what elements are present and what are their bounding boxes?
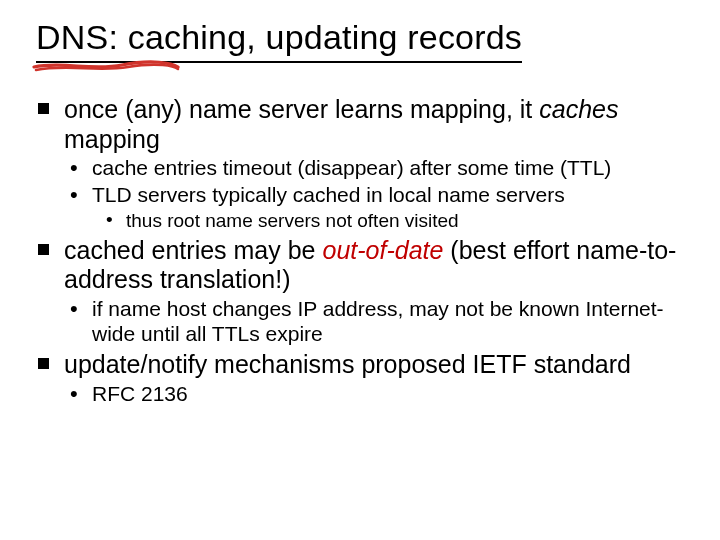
sublist: RFC 2136 <box>64 382 690 407</box>
scribble-underline-icon <box>32 59 180 73</box>
sublist: if name host changes IP address, may not… <box>64 297 690 347</box>
sublist: cache entries timeout (disappear) after … <box>64 156 690 232</box>
text: mapping <box>64 125 160 153</box>
bullet-2: cached entries may be out-of-date (best … <box>30 236 690 347</box>
text: update/notify mechanisms proposed IETF s… <box>64 350 631 378</box>
bullet-3-1: RFC 2136 <box>64 382 690 407</box>
text: TLD servers typically cached in local na… <box>92 183 565 206</box>
title-block: DNS: caching, updating records <box>36 18 522 63</box>
bullet-2-1: if name host changes IP address, may not… <box>64 297 690 347</box>
slide-title: DNS: caching, updating records <box>36 18 522 57</box>
subsublist: thus root name servers not often visited <box>92 210 690 232</box>
bullet-list: once (any) name server learns mapping, i… <box>30 95 690 407</box>
slide: DNS: caching, updating records once (any… <box>0 0 720 540</box>
text: once (any) name server learns mapping, i… <box>64 95 539 123</box>
text-italic: caches <box>539 95 618 123</box>
bullet-1: once (any) name server learns mapping, i… <box>30 95 690 232</box>
text: cached entries may be <box>64 236 322 264</box>
bullet-3: update/notify mechanisms proposed IETF s… <box>30 350 690 406</box>
bullet-1-1: cache entries timeout (disappear) after … <box>64 156 690 181</box>
bullet-1-2: TLD servers typically cached in local na… <box>64 183 690 232</box>
bullet-1-2-1: thus root name servers not often visited <box>92 210 690 232</box>
text-red-italic: out-of-date <box>322 236 443 264</box>
